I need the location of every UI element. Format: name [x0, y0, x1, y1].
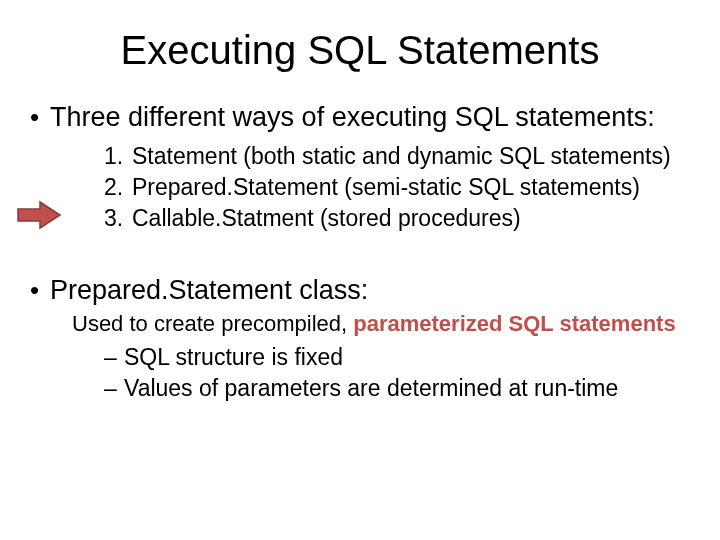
subtext-plain: Used to create precompiled,: [72, 311, 353, 336]
spacer: [28, 252, 692, 274]
bullet-item-1: Three different ways of executing SQL st…: [28, 101, 692, 234]
dash-item-1: SQL structure is fixed: [104, 342, 692, 373]
subtext-line: Used to create precompiled, parameterize…: [72, 310, 692, 339]
bullet-item-2: Prepared.Statement class: Used to create…: [28, 274, 692, 404]
num-item-3: Callable.Statment (stored procedures): [104, 203, 692, 234]
arrow-shape: [18, 202, 60, 228]
num-item-2: Prepared.Statement (semi-static SQL stat…: [104, 172, 692, 203]
slide: Executing SQL Statements Three different…: [0, 0, 720, 540]
dash-list: SQL structure is fixed Values of paramet…: [50, 342, 692, 404]
num-item-1: Statement (both static and dynamic SQL s…: [104, 141, 692, 172]
bullet-list-2: Prepared.Statement class: Used to create…: [28, 274, 692, 404]
bullet-2-text: Prepared.Statement class:: [50, 275, 368, 305]
bullet-list: Three different ways of executing SQL st…: [28, 101, 692, 234]
numbered-list: Statement (both static and dynamic SQL s…: [50, 141, 692, 234]
dash-item-2: Values of parameters are determined at r…: [104, 373, 692, 404]
slide-title: Executing SQL Statements: [28, 28, 692, 73]
bullet-1-text: Three different ways of executing SQL st…: [50, 102, 655, 132]
arrow-icon: [16, 200, 62, 230]
subtext-accent: parameterized SQL statements: [353, 311, 675, 336]
